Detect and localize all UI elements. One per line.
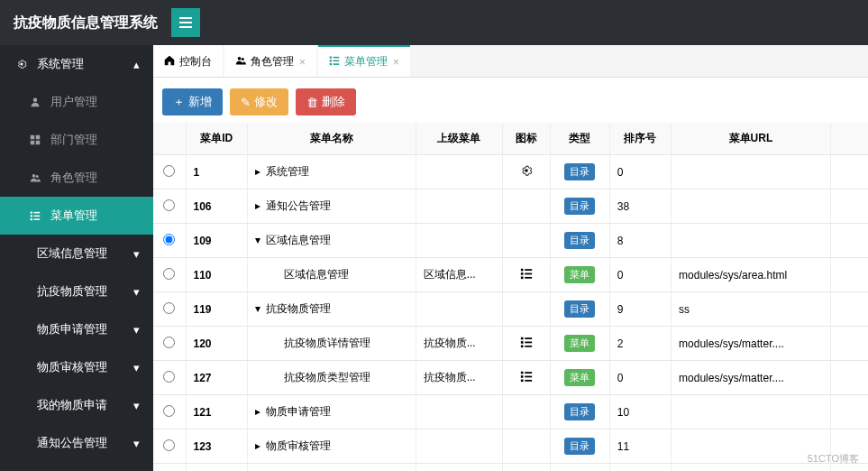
cell-type: 菜单 xyxy=(551,361,610,395)
col-order: 排序号 xyxy=(609,123,671,155)
sidebar-item-3[interactable]: 角色管理 xyxy=(0,159,153,197)
svg-rect-20 xyxy=(330,60,332,61)
svg-point-16 xyxy=(238,57,242,60)
sidebar-item-6[interactable]: 抗疫物质管理▾ xyxy=(0,272,153,310)
svg-rect-29 xyxy=(525,277,532,279)
cell-name[interactable]: ▸物质审核管理 xyxy=(247,429,416,464)
close-icon[interactable]: × xyxy=(299,56,306,69)
svg-rect-32 xyxy=(521,341,524,344)
cell-name[interactable]: ▸通知公告管理 xyxy=(247,189,416,224)
row-radio[interactable] xyxy=(163,371,175,383)
menu-toggle-button[interactable] xyxy=(171,8,200,37)
sidebar-item-1[interactable]: 用户管理 xyxy=(0,83,153,121)
cell-name[interactable]: ▾抗疫物质管理 xyxy=(247,292,416,327)
svg-rect-15 xyxy=(34,218,41,220)
caret-down-icon: ▾ xyxy=(133,361,140,374)
row-radio[interactable] xyxy=(163,337,175,348)
cell-url xyxy=(672,189,831,224)
cell-name[interactable]: 抗疫物质类型管理 xyxy=(247,361,416,395)
table-row: 123▸物质审核管理目录11 xyxy=(153,429,868,464)
table-row: 119▾抗疫物质管理目录9ss xyxy=(153,292,868,327)
svg-rect-13 xyxy=(34,216,41,217)
row-radio[interactable] xyxy=(163,234,175,245)
delete-button[interactable]: 🗑删除 xyxy=(296,88,356,115)
row-radio[interactable] xyxy=(163,302,175,314)
cell-icon xyxy=(503,429,551,464)
pencil-icon: ✎ xyxy=(241,96,251,109)
cell-url xyxy=(672,429,831,464)
list-icon xyxy=(27,210,43,221)
tab-0[interactable]: 控制台 xyxy=(153,45,223,77)
type-badge: 菜单 xyxy=(564,266,595,283)
cell-url: modules/sys/area.html xyxy=(672,258,831,292)
caret-down-icon: ▾ xyxy=(133,399,140,412)
cell-url xyxy=(672,395,831,429)
cell-type: 目录 xyxy=(551,429,610,464)
row-radio[interactable] xyxy=(163,439,175,451)
cell-icon xyxy=(503,464,551,472)
sidebar-item-label: 系统管理 xyxy=(37,56,84,72)
tab-2[interactable]: 菜单管理× xyxy=(318,45,410,77)
row-radio[interactable] xyxy=(163,405,175,417)
sidebar-item-4[interactable]: 菜单管理 xyxy=(0,197,153,235)
sidebar-item-8[interactable]: 物质审核管理▾ xyxy=(0,348,153,386)
add-button-label: 新增 xyxy=(188,94,212,110)
type-badge: 菜单 xyxy=(564,369,595,386)
svg-rect-2 xyxy=(179,26,192,28)
sidebar-item-label: 菜单管理 xyxy=(50,208,97,224)
users-icon xyxy=(27,172,43,183)
tab-bar: 控制台角色管理×菜单管理× xyxy=(153,45,868,78)
add-button[interactable]: ＋新增 xyxy=(162,88,223,115)
svg-rect-25 xyxy=(525,269,532,271)
tree-caret-icon: ▸ xyxy=(255,405,264,418)
table-container: 菜单ID 菜单名称 上级菜单 图标 类型 排序号 菜单URL 1▸系统管理目录0… xyxy=(153,123,868,471)
sidebar-item-7[interactable]: 物质申请管理▾ xyxy=(0,310,153,348)
col-id: 菜单ID xyxy=(186,123,247,155)
sidebar-item-label: 角色管理 xyxy=(50,170,97,186)
caret-up-icon: ▴ xyxy=(133,58,140,71)
edit-button[interactable]: ✎修改 xyxy=(230,88,288,115)
cell-name[interactable]: ▸物质申请管理 xyxy=(247,395,416,429)
trash-icon: 🗑 xyxy=(306,96,318,109)
svg-rect-11 xyxy=(34,212,41,214)
tree-caret-icon: ▸ xyxy=(255,165,264,178)
cell-type: 目录 xyxy=(551,189,610,224)
cell-name[interactable]: ▸系统管理 xyxy=(247,155,416,189)
cell-type: 菜单 xyxy=(551,258,610,292)
sidebar-item-10[interactable]: 通知公告管理▾ xyxy=(0,424,153,462)
tab-1[interactable]: 角色管理× xyxy=(224,45,316,77)
cell-order: 0 xyxy=(609,258,671,292)
row-radio[interactable] xyxy=(163,199,175,211)
row-radio[interactable] xyxy=(163,165,175,177)
hamburger-icon xyxy=(179,16,192,29)
cell-name[interactable]: 抗疫物质详情管理 xyxy=(247,327,416,361)
sidebar-item-label: 物质审核管理 xyxy=(37,359,107,375)
sidebar-item-0[interactable]: 系统管理▴ xyxy=(0,45,153,83)
sidebar-item-label: 区域信息管理 xyxy=(37,245,107,262)
user-icon xyxy=(27,97,43,107)
type-badge: 目录 xyxy=(564,232,595,249)
cell-icon xyxy=(503,189,551,224)
cell-parent xyxy=(416,224,503,258)
tab-label: 菜单管理 xyxy=(344,54,388,69)
cell-id: 119 xyxy=(186,292,247,327)
row-radio[interactable] xyxy=(163,268,175,280)
svg-rect-36 xyxy=(521,372,524,374)
cell-name[interactable]: 区域信息管理 xyxy=(247,258,416,292)
sidebar-item-5[interactable]: 区域信息管理▾ xyxy=(0,235,153,272)
sidebar-item-9[interactable]: 我的物质申请▾ xyxy=(0,386,153,424)
cell-icon xyxy=(503,361,551,395)
table-row: 106▸通知公告管理目录38 xyxy=(153,189,868,224)
svg-point-8 xyxy=(32,174,36,178)
cell-type: 目录 xyxy=(551,464,610,472)
svg-rect-41 xyxy=(525,380,532,382)
cell-name[interactable]: ▾区域信息管理 xyxy=(247,224,416,258)
close-icon[interactable]: × xyxy=(393,56,399,69)
svg-rect-18 xyxy=(330,57,332,59)
type-badge: 目录 xyxy=(564,403,595,420)
sidebar-item-2[interactable]: 部门管理 xyxy=(0,121,153,159)
list-icon xyxy=(520,338,533,351)
cell-type: 目录 xyxy=(551,224,610,258)
cell-id: 109 xyxy=(186,224,247,258)
cell-name[interactable]: ▸我的物质申请 xyxy=(247,464,416,472)
